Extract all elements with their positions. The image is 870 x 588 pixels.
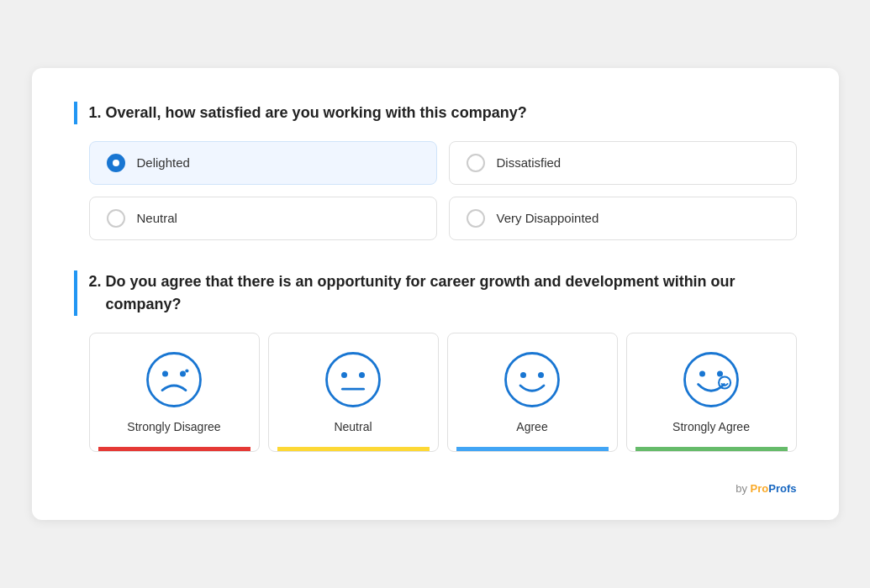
svg-point-12 [699, 370, 705, 376]
option-neutral-label: Neutral [137, 211, 177, 225]
neutral-label: Neutral [334, 419, 372, 436]
neutral-bar [277, 447, 430, 451]
sad-face-icon [145, 350, 203, 409]
agree-bar [456, 447, 609, 451]
question-1-section: 1. Overall, how satisfied are you workin… [74, 102, 797, 240]
radio-very-disappointed-circle [467, 209, 485, 228]
svg-point-4 [327, 353, 380, 406]
branding-area: by ProProfs [74, 482, 797, 495]
svg-point-1 [162, 370, 168, 376]
option-dissatisfied-label: Dissatisfied [497, 155, 562, 170]
radio-delighted-circle [107, 154, 125, 172]
svg-point-10 [538, 372, 544, 378]
strongly-agree-label: Strongly Agree [672, 419, 750, 436]
option-neutral[interactable]: Neutral [89, 197, 437, 240]
survey-card: 1. Overall, how satisfied are you workin… [32, 68, 839, 521]
option-delighted-label: Delighted [137, 155, 190, 170]
svg-point-13 [717, 370, 723, 376]
emoji-option-neutral[interactable]: Neutral [268, 333, 439, 453]
svg-point-0 [148, 353, 201, 406]
branding-profs: Profs [768, 482, 796, 495]
svg-point-5 [341, 372, 347, 378]
question-2-section: 2. Do you agree that there is an opportu… [74, 270, 797, 453]
svg-point-14 [719, 376, 730, 388]
svg-point-3 [185, 369, 188, 372]
svg-point-2 [180, 370, 186, 376]
svg-point-6 [359, 372, 365, 378]
question-2-text: Do you agree that there is an opportunit… [106, 270, 797, 316]
question-2-label: 2. Do you agree that there is an opportu… [74, 270, 797, 316]
agree-label: Agree [516, 419, 547, 436]
question-1-label: 1. Overall, how satisfied are you workin… [74, 102, 797, 124]
radio-neutral-circle [107, 209, 125, 228]
question-1-text: Overall, how satisfied are you working w… [106, 102, 527, 124]
option-dissatisfied[interactable]: Dissatisfied [449, 141, 797, 185]
branding-pro: Pro [751, 482, 769, 495]
option-very-disappointed-label: Very Disappointed [497, 211, 599, 225]
strongly-disagree-label: Strongly Disagree [127, 419, 220, 436]
emoji-option-agree[interactable]: Agree [447, 333, 618, 453]
neutral-face-icon [324, 350, 382, 409]
emoji-option-strongly-agree[interactable]: Strongly Agree [626, 333, 797, 453]
question-2-emoji-scale: Strongly Disagree Neutral [89, 333, 797, 453]
question-2-number: 2 [89, 270, 98, 293]
question-1-options: Delighted Dissatisfied Neutral Very Disa… [89, 141, 797, 240]
branding-prefix: by [736, 482, 750, 495]
option-very-disappointed[interactable]: Very Disappointed [449, 197, 797, 240]
question-1-number: 1 [89, 102, 98, 124]
option-delighted[interactable]: Delighted [89, 141, 437, 185]
strongly-disagree-bar [98, 447, 250, 451]
strongly-agree-bar [635, 447, 788, 451]
svg-point-8 [506, 353, 559, 406]
radio-dissatisfied-circle [467, 154, 485, 172]
emoji-option-strongly-disagree[interactable]: Strongly Disagree [89, 333, 260, 453]
happy-face-icon [503, 350, 562, 409]
very-happy-face-icon [682, 350, 741, 409]
svg-point-9 [520, 372, 526, 378]
